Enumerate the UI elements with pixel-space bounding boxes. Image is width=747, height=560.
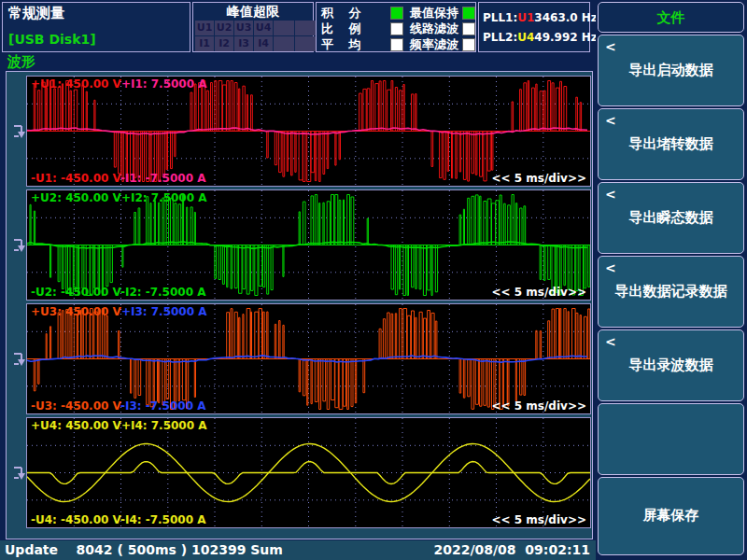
- zero-marker-icon: [12, 351, 27, 368]
- u4-minus-label: -U4: -450.00 V: [31, 513, 120, 526]
- clock-text: 2022/08/08 09:02:11: [433, 542, 590, 557]
- max-hold-indicator: [462, 7, 475, 20]
- screen-save-button[interactable]: 屏幕保存: [598, 477, 744, 555]
- mode-title: 常规测量: [8, 5, 64, 22]
- peak-cell-u4: U4: [254, 21, 273, 35]
- export-transient-data-button[interactable]: < 导出瞬态数据: [598, 182, 744, 254]
- peak-cell-empty: [295, 21, 316, 35]
- peak-row-voltage: U1 U2 U3 U4: [195, 21, 316, 35]
- u2-plus-label: +U2: 450.00 V: [31, 191, 121, 204]
- back-chevron-icon: <: [605, 187, 616, 202]
- peak-overlimit-box: 峰值超限 U1 U2 U3 U4 I1 I2 I3 I4: [192, 2, 314, 52]
- export-stall-data-button[interactable]: < 导出堵转数据: [598, 108, 744, 180]
- pll2-source: U4: [517, 31, 534, 44]
- peak-cell-u3: U3: [234, 21, 253, 35]
- peak-cell-i1: I1: [195, 36, 214, 51]
- zero-marker-icon: [12, 465, 27, 482]
- toggle-max-hold: 最值保持: [410, 6, 475, 21]
- waveform-panel-u4: +U4: 450.00 V+I4: 7.5000 A -U4: -450.00 …: [26, 417, 591, 528]
- integrate-indicator: [390, 7, 403, 20]
- export-start-data-button[interactable]: < 导出启动数据: [598, 35, 744, 106]
- time-div-label: << 5 ms/div>>: [492, 399, 586, 413]
- freq-filter-indicator: [462, 38, 475, 51]
- waveform-section-label: 波形: [7, 53, 35, 71]
- i1-minus-label: -I1: -7.5000 A: [120, 172, 206, 185]
- file-menu-title-box: 文件: [598, 2, 744, 33]
- peak-cell-u1: U1: [195, 21, 214, 35]
- waveform-trace-u2: [27, 190, 590, 300]
- toggle-freq-filter: 频率滤波: [410, 37, 475, 52]
- zero-marker-icon: [12, 123, 27, 140]
- peak-cell-empty: [274, 36, 294, 51]
- pll2-row: PLL2:U4 49.992 Hz: [483, 31, 585, 44]
- pll1-row: PLL1:U1 3463.0 Hz: [483, 11, 585, 24]
- pll1-source: U1: [517, 11, 534, 24]
- u4-plus-label: +U4: 450.00 V: [31, 419, 121, 432]
- softkey-sidebar: 文件 < 导出启动数据 < 导出堵转数据 < 导出瞬态数据 < 导出数据记录数据…: [596, 0, 747, 560]
- file-menu-title: 文件: [599, 9, 743, 27]
- i4-minus-label: -I4: -7.5000 A: [120, 513, 206, 526]
- time-div-label: << 5 ms/div>>: [492, 286, 586, 299]
- i4-plus-label: +I4: 7.5000 A: [121, 419, 207, 432]
- waveform-box: +U1: 450.00 V+I1: 7.5000 A -U1: -450.00 …: [6, 71, 593, 539]
- peak-cell-u2: U2: [215, 21, 233, 35]
- peak-row-current: I1 I2 I3 I4: [195, 36, 316, 51]
- u3-minus-label: -U3: -450.00 V: [31, 399, 120, 413]
- toggle-scale: 比 例: [321, 21, 403, 36]
- back-chevron-icon: <: [605, 260, 616, 275]
- update-status-text: Update 8042 ( 500ms ) 102399 Sum: [5, 542, 283, 557]
- peak-cell-empty: [295, 36, 316, 51]
- back-chevron-icon: <: [605, 113, 616, 128]
- i3-plus-label: +I3: 7.5000 A: [121, 305, 207, 318]
- peak-cell-i2: I2: [215, 36, 233, 51]
- pll-box: PLL1:U1 3463.0 Hz PLL2:U4 49.992 Hz: [478, 2, 590, 52]
- peak-cell-empty: [274, 21, 294, 35]
- time-div-label: << 5 ms/div>>: [492, 172, 586, 185]
- peak-overlimit-title: 峰值超限: [193, 4, 313, 21]
- i2-minus-label: -I2: -7.5000 A: [120, 286, 206, 299]
- waveform-trace-u1: [27, 77, 590, 186]
- pll1-value: 3463.0 Hz: [534, 11, 598, 24]
- back-chevron-icon: <: [605, 334, 616, 349]
- waveform-trace-u4: [27, 418, 590, 527]
- usb-disk-label: [USB Disk1]: [8, 32, 96, 47]
- i1-plus-label: +I1: 7.5000 A: [121, 77, 207, 91]
- status-bar: Update 8042 ( 500ms ) 102399 Sum 2022/08…: [0, 540, 596, 560]
- export-datalog-data-button[interactable]: < 导出数据记录数据: [598, 256, 744, 328]
- instrument-screen: 常规测量 [USB Disk1] 峰值超限 U1 U2 U3 U4 I1 I2 …: [0, 0, 747, 560]
- average-indicator: [390, 38, 403, 51]
- line-filter-indicator: [462, 22, 475, 35]
- waveform-panel-u2: +U2: 450.00 V+I2: 7.5000 A -U2: -450.00 …: [26, 189, 591, 301]
- function-status-box: 积 分 比 例 平 均 最值保持 线路滤波 频率滤波: [316, 2, 476, 52]
- zero-marker-icon: [12, 237, 27, 254]
- u3-plus-label: +U3: 450.00 V: [31, 305, 121, 318]
- back-chevron-icon: <: [605, 39, 616, 54]
- empty-softkey-button[interactable]: [598, 403, 744, 475]
- peak-cell-i4: I4: [254, 36, 273, 51]
- u2-minus-label: -U2: -450.00 V: [31, 286, 120, 299]
- pll2-value: 49.992 Hz: [534, 31, 598, 44]
- toggle-average: 平 均: [321, 37, 403, 52]
- pll2-name: PLL2:: [483, 31, 517, 44]
- i3-minus-label: -I3: -7.5000 A: [120, 399, 206, 413]
- toggle-integrate: 积 分: [321, 6, 403, 21]
- waveform-panel-u1: +U1: 450.00 V+I1: 7.5000 A -U1: -450.00 …: [26, 76, 591, 187]
- pll1-name: PLL1:: [483, 11, 517, 24]
- waveform-panel-u3: +U3: 450.00 V+I3: 7.5000 A -U3: -450.00 …: [26, 303, 591, 414]
- i2-plus-label: +I2: 7.5000 A: [121, 191, 207, 204]
- export-wave-record-data-button[interactable]: < 导出录波数据: [598, 329, 744, 401]
- waveform-trace-u3: [27, 304, 590, 413]
- u1-plus-label: +U1: 450.00 V: [31, 77, 121, 91]
- peak-cell-i3: I3: [234, 36, 253, 51]
- u1-minus-label: -U1: -450.00 V: [31, 172, 120, 185]
- toggle-line-filter: 线路滤波: [410, 21, 475, 36]
- scale-indicator: [390, 22, 403, 35]
- measure-mode-box: 常规测量 [USB Disk1]: [2, 2, 190, 52]
- time-div-label: << 5 ms/div>>: [492, 513, 586, 526]
